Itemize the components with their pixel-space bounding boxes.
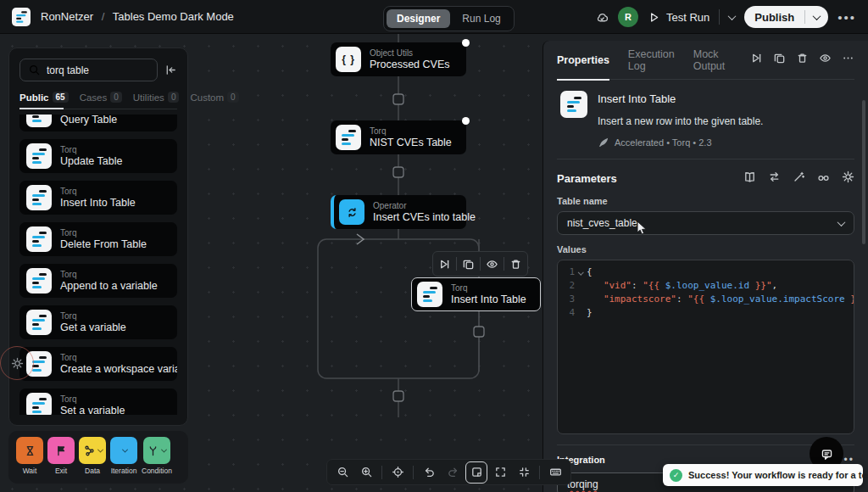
avatar[interactable]: R xyxy=(618,7,638,27)
settings-gear-button[interactable] xyxy=(0,346,34,380)
sidebar-tab-public[interactable]: Public65 xyxy=(19,92,69,103)
canvas-zoom-out-button[interactable] xyxy=(331,461,353,484)
test-run-button[interactable]: Test Run xyxy=(648,11,709,24)
parameters-wand-icon[interactable] xyxy=(793,171,805,187)
tab-run-log[interactable]: Run Log xyxy=(452,9,510,28)
search-input[interactable] xyxy=(47,64,149,76)
panel-copy-icon[interactable] xyxy=(773,52,786,68)
panel-action-icons xyxy=(750,52,854,68)
node-toolbar-copy-icon[interactable] xyxy=(457,251,480,277)
node-processed-cves[interactable]: { } Object Utils Processed CVEs xyxy=(331,42,466,76)
panel-trash-icon[interactable] xyxy=(796,52,809,68)
node-insert-cves-loop-operator[interactable]: Operator Insert CVEs into table xyxy=(331,195,466,229)
step-list-item[interactable]: Torq Delete From Table xyxy=(19,222,177,256)
publish-button[interactable]: Publish xyxy=(744,6,828,28)
more-menu-icon[interactable]: ••• xyxy=(837,10,856,25)
node-insert-into-table-selected[interactable]: Torq Insert Into Table xyxy=(411,277,541,311)
step-description: Insert a new row into the given table. xyxy=(598,115,763,127)
step-title: Insert Into Table xyxy=(60,197,136,210)
step-list-item[interactable]: Torq Create a workspace variable xyxy=(19,347,177,381)
canvas-zoom-in-button[interactable] xyxy=(355,461,377,484)
gear-icon xyxy=(842,171,854,183)
connection-dot[interactable] xyxy=(462,117,470,125)
torq-icon xyxy=(26,393,52,415)
parameters-book-icon[interactable] xyxy=(743,171,756,187)
properties-panel: Properties Execution Log Mock Output Ins… xyxy=(542,41,868,492)
tray-item-condition[interactable]: Condition xyxy=(142,437,172,475)
wait-button[interactable] xyxy=(16,437,43,464)
collapse-sidebar-icon[interactable] xyxy=(164,64,177,76)
step-list-item[interactable]: Torq Set a variable xyxy=(19,389,177,415)
values-label: Values xyxy=(557,244,854,254)
parameters-icons xyxy=(743,171,854,187)
sidebar-tab-utilities[interactable]: Utilities0 xyxy=(133,92,180,103)
torq-icon xyxy=(417,282,442,307)
step-title: Update Table xyxy=(60,155,122,168)
tray-item-data[interactable]: Data xyxy=(79,437,106,475)
publish-chevron-icon[interactable] xyxy=(805,14,828,20)
node-toolbar-eye-icon[interactable] xyxy=(481,251,504,277)
step-list-item[interactable]: Torq Query Table xyxy=(19,115,177,131)
step-type-tray: WaitExitDataIterationCondition xyxy=(8,431,188,484)
canvas-redo-button[interactable] xyxy=(442,461,464,484)
table-name-value: nist_cves_table xyxy=(567,217,637,229)
exit-button[interactable] xyxy=(47,437,75,464)
torq-icon xyxy=(26,115,52,127)
condition-button[interactable] xyxy=(143,437,170,464)
tab-execution-log[interactable]: Execution Log xyxy=(628,41,675,80)
cloud-sync-icon[interactable] xyxy=(596,11,609,24)
tray-item-wait[interactable]: Wait xyxy=(16,437,43,475)
test-run-chevron-icon[interactable] xyxy=(728,12,737,20)
canvas-crosshair-button[interactable] xyxy=(387,461,409,484)
table-name-select[interactable]: nist_cves_table xyxy=(557,211,854,235)
data-button[interactable] xyxy=(79,437,106,464)
canvas-contract-button[interactable] xyxy=(513,461,535,484)
parameters-glasses-icon[interactable] xyxy=(817,171,830,187)
panel-skip-icon[interactable] xyxy=(750,52,763,68)
sidebar-tab-custom[interactable]: Custom0 xyxy=(190,92,238,103)
step-vendor: Torq xyxy=(60,270,158,280)
tab-designer[interactable]: Designer xyxy=(387,9,450,28)
torq-logo-icon[interactable] xyxy=(12,8,31,26)
step-title: Create a workspace variable xyxy=(60,363,177,376)
category-tabs: Public65Cases0Utilities0Custom0 xyxy=(19,92,177,109)
parameters-swap-icon[interactable] xyxy=(768,171,781,187)
panel-scrollbar[interactable] xyxy=(862,100,865,244)
sidebar-tab-cases[interactable]: Cases0 xyxy=(80,92,122,103)
tab-properties[interactable]: Properties xyxy=(557,41,609,80)
toast-message: Success! Your workflow is ready for a te… xyxy=(688,470,868,480)
node-nist-cves-table[interactable]: Torq NIST CVEs Table xyxy=(331,120,466,154)
step-vendor: Torq xyxy=(60,187,136,197)
search-icon xyxy=(28,64,41,76)
parameters-gear-icon[interactable] xyxy=(842,171,854,187)
tab-count-badge: 65 xyxy=(53,92,69,103)
panel-eye-icon[interactable] xyxy=(819,52,832,68)
node-title: Processed CVEs xyxy=(370,59,449,71)
node-toolbar-skip-icon[interactable] xyxy=(433,251,456,277)
tray-item-exit[interactable]: Exit xyxy=(47,437,75,475)
step-search[interactable] xyxy=(19,59,158,81)
tab-mock-output[interactable]: Mock Output xyxy=(693,41,732,80)
canvas-undo-button[interactable] xyxy=(418,461,440,484)
values-code-editor[interactable]: 1{2 "vid": "{{ $.loop_value.id }}",3 "im… xyxy=(557,260,854,434)
expand-icon xyxy=(494,466,507,478)
tray-item-iteration[interactable]: Iteration xyxy=(110,437,137,475)
canvas-expand-button[interactable] xyxy=(489,461,511,484)
breadcrumb-owner[interactable]: RonNetzer xyxy=(41,10,93,23)
step-list-item[interactable]: Torq Insert Into Table xyxy=(19,181,177,215)
crosshair-icon xyxy=(392,466,404,478)
step-list-item[interactable]: Torq Update Table xyxy=(19,139,177,173)
canvas-note-button[interactable] xyxy=(465,461,487,484)
node-toolbar-trash-icon[interactable] xyxy=(504,251,527,277)
tray-label: Data xyxy=(85,467,100,475)
connection-dot[interactable] xyxy=(462,39,470,47)
panel-ellipsis-icon[interactable] xyxy=(842,52,854,68)
step-vendor: Torq xyxy=(60,353,177,363)
step-list-item[interactable]: Torq Get a variable xyxy=(19,305,177,339)
active-tab-underline xyxy=(19,108,64,109)
skip-icon xyxy=(750,52,763,64)
mouse-cursor xyxy=(636,221,648,236)
canvas-keyboard-button[interactable] xyxy=(544,461,566,484)
iteration-button[interactable] xyxy=(110,437,137,464)
step-list-item[interactable]: Torq Append to a variable xyxy=(19,264,177,298)
